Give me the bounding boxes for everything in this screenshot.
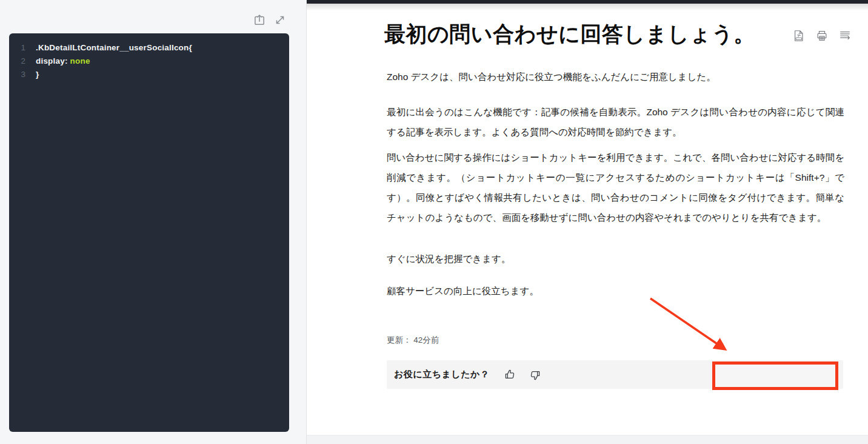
article-paragraph: 最初に出会うのはこんな機能です：記事の候補を自動表示。Zoho デスクは問い合わ… [387, 102, 844, 142]
bottom-page-strip [307, 435, 868, 444]
page-title: 最初の問い合わせに回答しましょう。 [384, 20, 784, 49]
article-paragraph: すぐに状況を把握できます。 [387, 249, 844, 269]
print-icon[interactable] [815, 29, 829, 42]
annotation-arrow [643, 291, 770, 364]
code-line: 2 display: none [9, 55, 289, 68]
article-paragraph: 問い合わせに関する操作にはショートカットキーを利用できます。これで、各問い合わせ… [387, 147, 844, 227]
help-article-panel: 最初の問い合わせに回答しましょう。 Zoho デスクは、問い合わせ対応に役 [306, 0, 868, 444]
article-paragraph: 顧客サービスの向上に役立ちます。 [387, 281, 844, 301]
share-export-icon[interactable] [253, 13, 266, 27]
css-editor-panel: 1 .KbDetailLtContainer__userSocialIcon{ … [0, 0, 306, 444]
pdf-export-icon[interactable] [792, 29, 806, 42]
updated-label: 更新： [387, 335, 412, 345]
code-line: 3 } [9, 68, 289, 81]
expand-icon[interactable] [273, 13, 287, 27]
line-number: 1 [9, 41, 36, 55]
thumbs-up-icon[interactable] [503, 368, 516, 382]
code-selector: .KbDetailLtContainer__userSocialIcon{ [36, 41, 192, 55]
code-line: 1 .KbDetailLtContainer__userSocialIcon{ [9, 41, 289, 55]
css-code-editor[interactable]: 1 .KbDetailLtContainer__userSocialIcon{ … [9, 33, 289, 432]
updated-timestamp: 更新： 42分前 [387, 335, 439, 346]
annotation-highlight-rect [712, 362, 838, 390]
reader-view-icon[interactable] [838, 29, 852, 42]
updated-value: 42分前 [413, 335, 439, 345]
editor-toolbar [253, 13, 287, 27]
article-paragraph: Zoho デスクは、問い合わせ対応に役立つ機能をふんだんにご用意しました。 [387, 67, 844, 87]
line-number: 2 [9, 55, 36, 68]
feedback-question: お役に立ちましたか？ [394, 369, 489, 380]
line-number: 3 [9, 68, 36, 81]
code-property: display: [36, 55, 70, 68]
top-shadow [307, 4, 868, 11]
thumbs-down-icon[interactable] [529, 368, 542, 382]
code-brace: } [36, 68, 39, 81]
code-value: none [70, 55, 90, 68]
article-toolbar [792, 29, 852, 42]
